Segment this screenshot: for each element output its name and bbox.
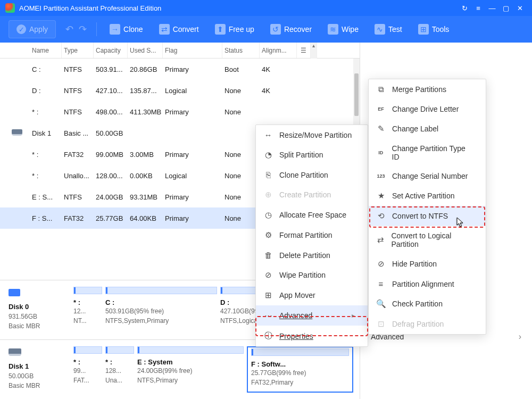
clone-icon: → [110,24,120,35]
partition-card[interactable]: E : System24.00GB(99% free)NTFS,Primary [137,346,244,393]
context-menu-advanced: ⧉Merge PartitionsEFChange Drive Letter✎C… [368,79,486,335]
menu-advanced[interactable]: ⋯Advanced▸ [256,305,368,326]
menu-icon: ★ [376,191,386,201]
chevron-right-icon: › [519,332,521,342]
scrollbar[interactable]: ▴ [311,43,317,59]
convert-icon: ⇄ [159,24,170,35]
maximize-icon[interactable]: ▢ [499,1,513,15]
menu-icon: ≡ [376,279,386,288]
menu-change-label[interactable]: ✎Change Label [369,119,486,139]
usage-bar [73,287,102,294]
menu-icon: ⇄ [376,235,385,245]
wipe-icon: ≋ [328,24,338,35]
refresh-icon[interactable]: ↻ [458,1,471,15]
menu-partition-alignment[interactable]: ≡Partition Alignment [369,274,486,294]
tool-clone[interactable]: →Clone [106,21,146,38]
redo-icon[interactable]: ↷ [79,23,87,35]
col-name[interactable]: Name [30,43,62,58]
menu-wipe-partition[interactable]: ⊘Wipe Partition [256,265,368,285]
close-icon[interactable]: ✕ [513,1,527,15]
menu-icon: ⋯ [263,311,273,320]
partition-row[interactable]: D :NTFS427.10...135.87...LogicalNone4K [0,80,360,101]
menu-icon: ⎘ [263,170,273,179]
app-logo [5,3,15,13]
menu-icon: ⊘ [376,259,386,269]
usage-bar [251,348,349,356]
menu-properties[interactable]: ⓘProperties [256,326,368,346]
disk-info[interactable]: Disk 0931.56GBBasic MBR [6,287,70,333]
apply-button[interactable]: ✓ Apply [9,20,56,38]
menu-icon: ◷ [263,210,273,220]
usage-bar [73,346,102,354]
menu-hide-partition[interactable]: ⊘Hide Partition [369,254,486,274]
menu-icon: ✎ [376,124,386,134]
menu-icon: 123 [376,173,386,179]
menu-icon: ⟲ [376,211,386,221]
menu-resize-move-partition[interactable]: ↔Resize/Move Partition [256,125,368,145]
minimize-icon[interactable]: — [485,1,499,15]
menu-icon[interactable]: ≡ [471,1,485,15]
col-capacity[interactable]: Capacity [94,43,128,58]
partition-card[interactable]: F : Softw...25.77GB(99% free)FAT32,Prima… [247,346,353,393]
col-flag[interactable]: Flag [163,43,222,58]
col-status[interactable]: Status [222,43,260,58]
tool-test[interactable]: ∿Test [371,21,405,38]
titlebar: AOMEI Partition Assistant Professional E… [0,0,532,16]
menu-icon: ⊞ [263,290,273,300]
tool-convert[interactable]: ⇄Convert [156,21,202,38]
disk-icon [9,289,20,296]
check-icon: ✓ [16,24,26,34]
menu-icon: ⊡ [376,319,386,329]
tool-recover[interactable]: ↺Recover [267,21,315,38]
usage-bar [105,287,217,294]
apply-label: Apply [29,25,48,34]
menu-app-mover[interactable]: ⊞App Mover [256,285,368,305]
partition-row[interactable]: * :NTFS498.00...411.30MBPrimaryNone [0,101,360,122]
tool-free-up[interactable]: ⬆Free up [212,21,257,38]
menu-icon: ↔ [263,130,273,139]
menu-icon: 🔍 [376,299,386,309]
menu-change-partition-type-id[interactable]: IDChange Partition Type ID [369,139,486,167]
menu-set-active-partition[interactable]: ★Set Active Partition [369,186,486,206]
usage-bar [105,346,134,354]
disk-info[interactable]: Disk 150.00GBBasic MBR [6,346,70,393]
disk-icon [9,348,21,356]
disk-icon [12,129,22,136]
menu-format-partition[interactable]: ⚙Format Partition [256,225,368,245]
partition-card[interactable]: * :99...FAT... [73,346,102,393]
col-alignment[interactable]: Alignm... [260,43,297,58]
menu-icon: ⚙ [263,230,273,240]
partition-row[interactable]: C :NTFS503.91...20.86GBPrimaryBoot4K [0,59,360,80]
undo-icon[interactable]: ↶ [65,23,73,35]
menu-convert-to-ntfs[interactable]: ⟲Convert to NTFS [369,206,486,226]
tools-icon: ⊞ [418,24,429,35]
menu-allocate-free-space[interactable]: ◷Allocate Free Space [256,205,368,225]
menu-icon: ⊘ [263,270,273,280]
disk1-summary: Disk 150.00GBBasic MBR* :99...FAT...* :1… [0,339,360,399]
col-type[interactable]: Type [62,43,94,58]
partition-card[interactable]: * :128...Una... [105,346,134,393]
menu-clone-partition[interactable]: ⎘Clone Partition [256,165,368,185]
menu-delete-partition[interactable]: 🗑Delete Partition [256,245,368,265]
menu-check-partition[interactable]: 🔍Check Partition [369,294,486,314]
context-menu-main: ↔Resize/Move Partition◔Split Partition⎘C… [255,124,368,347]
menu-change-drive-letter[interactable]: EFChange Drive Letter [369,99,486,119]
menu-icon: ◔ [263,150,273,160]
chevron-right-icon: ▸ [352,312,355,319]
menu-icon: EF [376,106,386,112]
free up-icon: ⬆ [215,24,226,35]
menu-defrag-partition: ⊡Defrag Partition [369,314,486,334]
menu-convert-to-logical-partition[interactable]: ⇄Convert to Logical Partition [369,226,486,254]
menu-change-serial-number[interactable]: 123Change Serial Number [369,167,486,186]
col-used[interactable]: Used S... [128,43,163,58]
menu-merge-partitions[interactable]: ⧉Merge Partitions [369,79,486,99]
undo-redo: ↶ ↷ [65,23,87,35]
menu-icon: 🗑 [263,251,273,260]
menu-split-partition[interactable]: ◔Split Partition [256,145,368,165]
tool-tools[interactable]: ⊞Tools [415,21,453,38]
test-icon: ∿ [375,24,385,35]
list-options-icon[interactable]: ☰ [297,43,311,58]
tool-wipe[interactable]: ≋Wipe [325,21,362,38]
partition-card[interactable]: * :12...NT... [73,287,102,333]
partition-card[interactable]: C :503.91GB(95% free)NTFS,System,Primary [105,287,217,333]
